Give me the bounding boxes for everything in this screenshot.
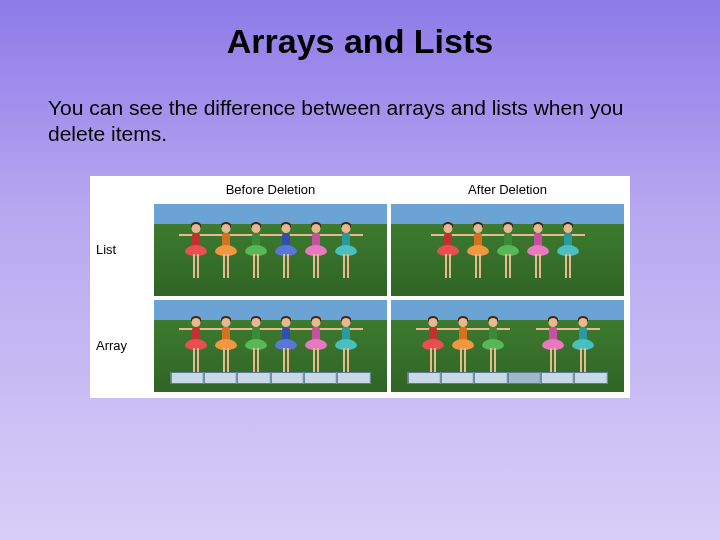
dancer-row <box>435 224 581 278</box>
dancer-icon <box>213 224 239 278</box>
array-slot <box>170 372 203 384</box>
array-slot <box>204 372 237 384</box>
empty-slot <box>510 318 536 372</box>
dancer-icon <box>525 224 551 278</box>
dancer-icon <box>435 224 461 278</box>
dancer-icon <box>540 318 566 372</box>
cell-array-before <box>154 300 387 392</box>
cell-array-after <box>391 300 624 392</box>
dancer-icon <box>465 224 491 278</box>
dancer-icon <box>555 224 581 278</box>
dancer-icon <box>333 318 359 372</box>
array-slot <box>237 372 270 384</box>
dancer-icon <box>570 318 596 372</box>
row-label-array: Array <box>96 338 150 353</box>
slide-title: Arrays and Lists <box>0 0 720 61</box>
array-platform <box>170 372 370 384</box>
dancer-row <box>183 318 359 372</box>
cell-list-after <box>391 204 624 296</box>
array-slot <box>574 372 607 384</box>
dancer-row <box>183 224 359 278</box>
slide-body: You can see the difference between array… <box>0 61 720 148</box>
array-slot <box>507 372 540 384</box>
dancer-icon <box>450 318 476 372</box>
array-slot <box>441 372 474 384</box>
dancer-icon <box>273 224 299 278</box>
dancer-row <box>420 318 596 372</box>
array-platform <box>407 372 607 384</box>
dancer-icon <box>303 318 329 372</box>
dancer-icon <box>333 224 359 278</box>
cell-list-before <box>154 204 387 296</box>
array-slot <box>541 372 574 384</box>
dancer-icon <box>303 224 329 278</box>
array-slot <box>304 372 337 384</box>
dancer-icon <box>243 318 269 372</box>
dancer-icon <box>480 318 506 372</box>
col-header-before: Before Deletion <box>154 182 387 197</box>
array-slot <box>270 372 303 384</box>
col-header-after: After Deletion <box>391 182 624 197</box>
array-slot <box>337 372 370 384</box>
dancer-icon <box>420 318 446 372</box>
dancer-icon <box>213 318 239 372</box>
dancer-icon <box>243 224 269 278</box>
array-slot <box>474 372 507 384</box>
array-slot <box>407 372 440 384</box>
dancer-icon <box>183 318 209 372</box>
dancer-icon <box>273 318 299 372</box>
dancer-icon <box>183 224 209 278</box>
dancer-icon <box>495 224 521 278</box>
row-label-list: List <box>96 242 150 257</box>
comparison-figure: Before Deletion After Deletion List Arra… <box>90 176 630 398</box>
